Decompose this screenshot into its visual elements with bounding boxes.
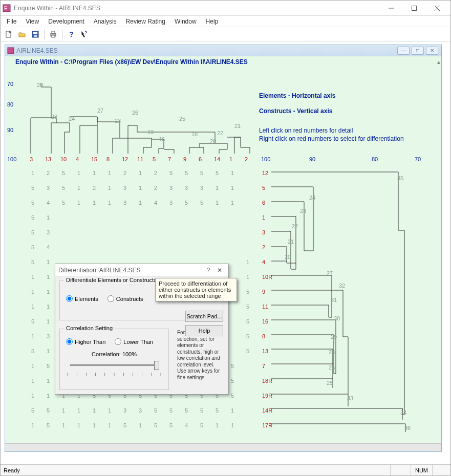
element-number[interactable]: 14: [214, 156, 220, 162]
maximize-button[interactable]: [402, 1, 425, 15]
element-number[interactable]: 7: [168, 156, 171, 162]
open-button[interactable]: [16, 29, 28, 40]
menu-help[interactable]: Help: [202, 17, 223, 26]
construct-number[interactable]: 8: [262, 333, 265, 339]
element-number[interactable]: 9: [183, 156, 186, 162]
construct-number[interactable]: 10R: [262, 274, 272, 280]
construct-number[interactable]: 6: [262, 200, 265, 206]
element-number[interactable]: 13: [45, 156, 51, 162]
svg-rect-12: [52, 35, 55, 37]
grid-cell: 5: [182, 200, 190, 206]
grid-cell: 5: [228, 363, 237, 369]
correlation-groupbox: Correlation Setting Higher Than Lower Th…: [59, 329, 169, 390]
mdi-maximize-button[interactable]: □: [412, 47, 424, 55]
help-button[interactable]: Help: [185, 325, 223, 336]
dendro-node-label: 31: [331, 297, 337, 303]
element-number[interactable]: 3: [30, 156, 33, 162]
radio-constructs[interactable]: Constructs: [108, 295, 143, 302]
close-button[interactable]: [425, 1, 448, 15]
element-number[interactable]: 6: [199, 156, 202, 162]
mdi-client: AIRLINE4.SES — □ ✕ Enquire Within - C:\P…: [1, 41, 450, 464]
dialog-titlebar[interactable]: Differentiation: AIRLINE4.SES ? ✕: [55, 264, 228, 276]
radio-lower[interactable]: Lower Than: [115, 338, 153, 345]
mdi-close-button[interactable]: ✕: [426, 47, 438, 55]
grid-cell: 1: [44, 304, 52, 310]
print-button[interactable]: [47, 29, 59, 40]
context-help-button[interactable]: ?: [78, 29, 91, 40]
construct-number[interactable]: 2: [262, 244, 265, 250]
grid-cell: 1: [44, 214, 52, 221]
construct-number[interactable]: 12: [262, 170, 268, 176]
svg-rect-15: [8, 48, 14, 54]
construct-number[interactable]: 3: [262, 229, 265, 235]
grid-cell: 1: [90, 422, 98, 428]
status-num: NUM: [411, 465, 432, 475]
menu-window[interactable]: Window: [170, 17, 201, 26]
correlation-slider[interactable]: [68, 360, 160, 371]
construct-number[interactable]: 13: [262, 348, 268, 354]
grid-cell: 2: [90, 185, 98, 191]
element-number[interactable]: 10: [60, 156, 67, 162]
element-number[interactable]: 12: [122, 156, 128, 162]
menu-development[interactable]: Development: [44, 17, 89, 26]
construct-number[interactable]: 14R: [262, 407, 272, 414]
menu-review-rating[interactable]: Review Rating: [122, 17, 169, 26]
grid-cell: 4: [152, 200, 160, 206]
svg-rect-8: [33, 32, 37, 34]
mdi-minimize-button[interactable]: —: [397, 47, 410, 55]
svg-text:?: ?: [69, 30, 74, 38]
horizontal-scrollbar[interactable]: [5, 443, 441, 451]
element-number[interactable]: 2: [245, 156, 248, 162]
dendro-node-label: 25: [179, 116, 185, 122]
grid-cell: 1: [105, 407, 114, 414]
grid-cell: 1: [90, 407, 98, 414]
construct-number[interactable]: 4: [262, 259, 265, 265]
construct-number[interactable]: 9: [262, 289, 265, 295]
grid-cell: 1: [29, 304, 37, 310]
menu-analysis[interactable]: Analysis: [90, 17, 121, 26]
construct-number[interactable]: 18R: [262, 378, 272, 384]
construct-number[interactable]: 7: [262, 363, 265, 369]
dialog-help-button[interactable]: ?: [203, 267, 214, 274]
grid-cell: 1: [105, 422, 114, 428]
scroll-up-arrow[interactable]: ▴: [437, 58, 440, 66]
element-number[interactable]: 11: [137, 156, 143, 162]
dendro-node-label: 30: [334, 315, 340, 321]
legend-rightclick: Right click on red numbers to select for…: [259, 135, 404, 142]
radio-elements[interactable]: Elements: [66, 295, 98, 302]
grid-cell: 1: [44, 348, 52, 354]
grid-cell: 3: [167, 185, 175, 191]
menu-file[interactable]: File: [3, 17, 20, 26]
construct-number[interactable]: 1: [262, 214, 265, 221]
construct-number[interactable]: 5: [262, 185, 265, 191]
element-number[interactable]: 4: [76, 156, 79, 162]
construct-number[interactable]: 17R: [262, 422, 272, 428]
grid-cell: 1: [75, 185, 83, 191]
grid-cell: 5: [198, 407, 206, 414]
element-number[interactable]: 1: [229, 156, 232, 162]
menu-view[interactable]: View: [22, 17, 43, 26]
document-icon: [7, 47, 14, 54]
construct-number[interactable]: 16: [262, 318, 268, 324]
dialog-close-button[interactable]: ✕: [214, 267, 225, 274]
scratch-pad-button[interactable]: Scratch Pad...: [185, 311, 223, 322]
radio-higher[interactable]: Higher Than: [66, 338, 105, 345]
construct-number[interactable]: 19R: [262, 393, 272, 399]
help-icon-button[interactable]: ?: [65, 29, 77, 40]
grid-cell: 5: [44, 422, 52, 428]
grid-cell: 5: [244, 318, 252, 324]
construct-number[interactable]: 11: [262, 304, 268, 310]
grid-cell: 5: [244, 333, 252, 339]
grid-cell: 1: [136, 170, 144, 176]
grid-cell: 5: [59, 170, 68, 176]
dendro-node-label: 23: [115, 118, 121, 124]
element-number[interactable]: 5: [153, 156, 156, 162]
minimize-button[interactable]: [379, 1, 402, 15]
right-axis-label: 90: [309, 156, 315, 162]
element-number[interactable]: 15: [91, 156, 97, 162]
grid-cell: 3: [136, 407, 144, 414]
element-number[interactable]: 8: [106, 156, 110, 162]
save-button[interactable]: [29, 29, 41, 40]
new-button[interactable]: [3, 29, 15, 40]
group1-title: Differentiate Elements or Constructs: [64, 277, 158, 283]
